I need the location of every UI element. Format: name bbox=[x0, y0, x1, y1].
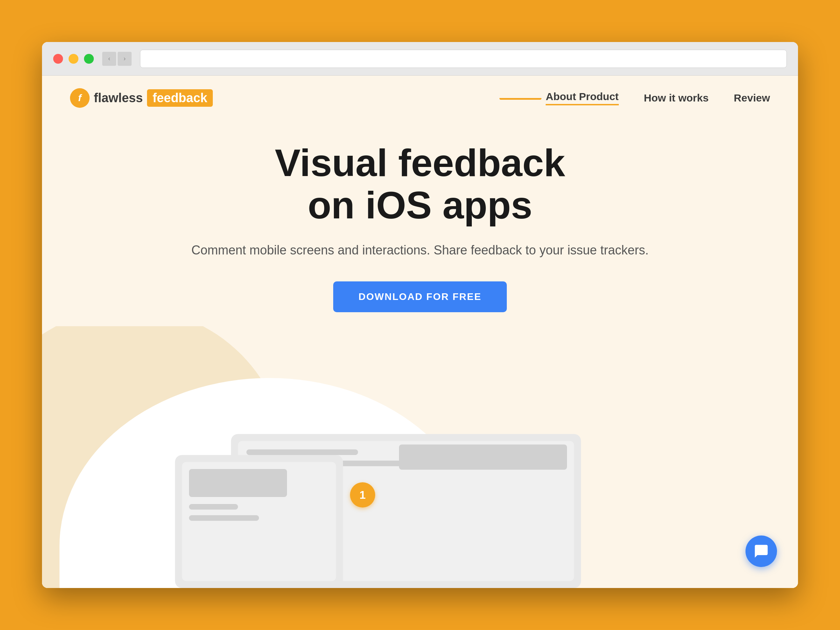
chat-icon bbox=[753, 543, 769, 559]
small-mock-3 bbox=[189, 515, 259, 521]
traffic-light-green[interactable] bbox=[84, 54, 94, 64]
device-small-inner bbox=[182, 462, 336, 581]
nav-link-how[interactable]: How it works bbox=[644, 92, 709, 104]
devices-container: 1 bbox=[175, 413, 665, 588]
hero-title: Visual feedback on iOS apps bbox=[70, 141, 770, 226]
traffic-light-yellow[interactable] bbox=[69, 54, 78, 64]
chat-button[interactable] bbox=[745, 535, 777, 567]
outer-background: ‹ › f flawless feedback bbox=[42, 42, 798, 588]
browser-window: ‹ › f flawless feedback bbox=[42, 42, 798, 588]
hero-title-line2: on iOS apps bbox=[308, 183, 532, 226]
hero-title-line1: Visual feedback bbox=[275, 141, 565, 184]
logo-icon: f bbox=[70, 88, 90, 108]
nav-active-bar bbox=[499, 98, 542, 100]
hero-section: Visual feedback on iOS apps Comment mobi… bbox=[42, 120, 798, 326]
browser-chrome: ‹ › bbox=[42, 42, 798, 76]
website-content: f flawless feedback About Product How it… bbox=[42, 76, 798, 588]
nav-arrows: ‹ › bbox=[102, 52, 132, 66]
nav-links: About Product How it works Review bbox=[521, 91, 770, 105]
logo-flawless: flawless bbox=[94, 91, 143, 105]
site-nav: f flawless feedback About Product How it… bbox=[42, 76, 798, 120]
back-arrow[interactable]: ‹ bbox=[102, 52, 116, 66]
hero-subtitle: Comment mobile screens and interactions.… bbox=[70, 240, 770, 261]
small-mock-2 bbox=[189, 504, 238, 510]
mock-block-right bbox=[399, 445, 567, 470]
logo-area[interactable]: f flawless feedback bbox=[70, 88, 213, 108]
device-small bbox=[175, 455, 343, 588]
small-mock-1 bbox=[189, 469, 287, 497]
nav-link-review[interactable]: Review bbox=[734, 92, 770, 104]
mock-line-1 bbox=[246, 449, 358, 455]
nav-link-about[interactable]: About Product bbox=[546, 91, 619, 105]
logo-feedback-badge: feedback bbox=[147, 89, 213, 107]
forward-arrow[interactable]: › bbox=[118, 52, 132, 66]
traffic-light-red[interactable] bbox=[53, 54, 63, 64]
traffic-lights bbox=[53, 54, 94, 64]
number-badge: 1 bbox=[350, 482, 375, 507]
download-button[interactable]: DOWNLOAD FOR FREE bbox=[333, 281, 507, 312]
address-bar[interactable] bbox=[140, 50, 787, 68]
illustration-area: 1 bbox=[42, 326, 798, 588]
